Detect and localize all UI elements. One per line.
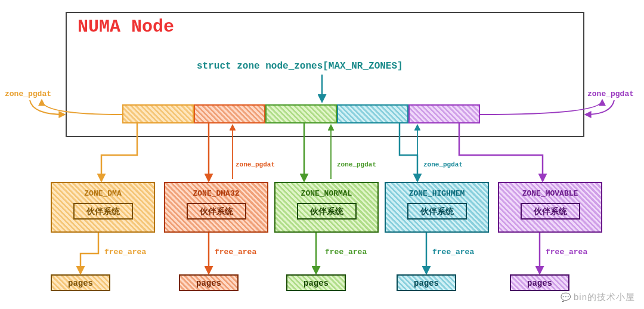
zone-highmem-buddy: 伙伴系统 <box>407 203 467 220</box>
zone-normal-box: ZONE_NORMAL 伙伴系统 <box>274 182 379 233</box>
zone-dma32-name: ZONE_DMA32 <box>165 189 267 198</box>
zone-movable-pages: pages <box>510 274 569 291</box>
zone-highmem-name: ZONE_HIGHMEM <box>386 189 488 198</box>
zone-movable-box: ZONE_MOVABLE 伙伴系统 <box>498 182 602 233</box>
zone-pgdat-normal: zone_pgdat <box>337 161 376 168</box>
zone-dma32-pages: pages <box>179 274 239 291</box>
numa-title: NUMA Node <box>78 17 174 37</box>
zone-normal-pages: pages <box>286 274 346 291</box>
zone-normal-freearea: free_area <box>325 248 367 257</box>
zone-pgdat-right: zone_pgdat <box>587 89 634 98</box>
zone-dma32-box: ZONE_DMA32 伙伴系统 <box>164 182 268 233</box>
zone-array <box>122 104 480 123</box>
zone-cell-movable <box>408 104 480 123</box>
zone-highmem-freearea: free_area <box>432 248 474 257</box>
zone-normal-buddy: 伙伴系统 <box>297 203 357 220</box>
zone-cell-highmem <box>337 104 408 123</box>
zone-dma-buddy: 伙伴系统 <box>73 203 133 220</box>
zone-dma-name: ZONE_DMA <box>52 189 154 198</box>
zone-dma-freearea: free_area <box>104 248 146 257</box>
zone-cell-dma32 <box>194 104 265 123</box>
zone-dma32-buddy: 伙伴系统 <box>187 203 246 220</box>
zone-normal-name: ZONE_NORMAL <box>275 189 377 198</box>
zone-movable-freearea: free_area <box>546 248 587 257</box>
zone-cell-dma <box>122 104 194 123</box>
zone-pgdat-left: zone_pgdat <box>5 89 51 98</box>
zone-highmem-pages: pages <box>397 274 456 291</box>
zone-movable-buddy: 伙伴系统 <box>521 203 580 220</box>
zone-dma-box: ZONE_DMA 伙伴系统 <box>51 182 155 233</box>
zone-cell-normal <box>265 104 337 123</box>
struct-zone-label: struct zone node_zones[MAX_NR_ZONES] <box>197 61 403 72</box>
zone-dma32-freearea: free_area <box>215 248 256 257</box>
zone-dma-pages: pages <box>51 274 110 291</box>
watermark: bin的技术小屋 <box>561 292 635 303</box>
zone-pgdat-dma32: zone_pgdat <box>236 161 275 168</box>
zone-highmem-box: ZONE_HIGHMEM 伙伴系统 <box>385 182 489 233</box>
zone-pgdat-highmem: zone_pgdat <box>423 161 463 168</box>
zone-movable-name: ZONE_MOVABLE <box>499 189 601 198</box>
